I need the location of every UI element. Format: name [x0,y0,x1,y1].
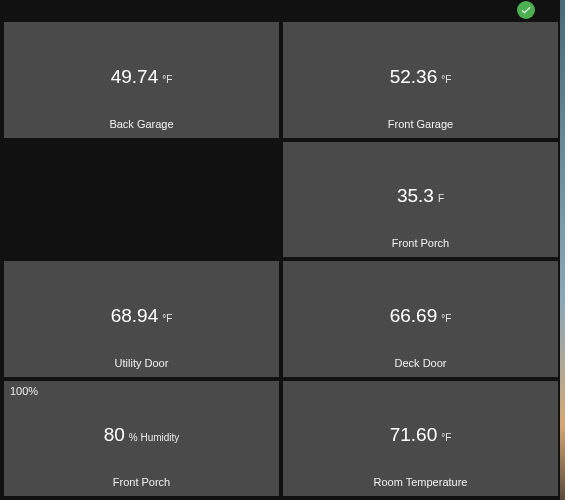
sensor-card-utility-door[interactable]: 68.94 °F Utility Door [4,261,279,377]
sensor-label: Front Porch [4,476,279,488]
sensor-value-unit: F [438,193,444,204]
sensor-value-unit: °F [441,313,451,324]
sensor-value-number: 52.36 [390,66,438,88]
sensor-card-front-porch-temp[interactable]: 35.3 F Front Porch [283,142,558,258]
sensor-label: Room Temperature [283,476,558,488]
sensor-value: 80 % Humidity [104,424,180,446]
sensor-card-front-garage[interactable]: 52.36 °F Front Garage [283,22,558,138]
sensor-value: 68.94 °F [111,305,173,327]
sensor-corner-value: 100% [10,385,38,397]
sensor-label: Deck Door [283,357,558,369]
sensor-value: 35.3 F [397,185,444,207]
sensor-label: Front Garage [283,118,558,130]
sensor-value-unit: °F [441,74,451,85]
sensor-value-number: 71.60 [390,424,438,446]
sensor-card-front-porch-humidity[interactable]: 100% 80 % Humidity Front Porch [4,381,279,497]
sensor-value: 52.36 °F [390,66,452,88]
sensor-label: Back Garage [4,118,279,130]
sensor-value-number: 35.3 [397,185,434,207]
sensor-value: 71.60 °F [390,424,452,446]
sensor-card-empty [4,142,279,258]
right-edge-decoration [560,0,565,500]
sensor-grid: 49.74 °F Back Garage 52.36 °F Front Gara… [4,22,558,496]
sensor-value-unit: °F [441,432,451,443]
sensor-value-number: 68.94 [111,305,159,327]
sensor-label: Utility Door [4,357,279,369]
sensor-card-room-temperature[interactable]: 71.60 °F Room Temperature [283,381,558,497]
sensor-value-unit: °F [162,313,172,324]
status-ok-icon [517,1,535,19]
sensor-card-deck-door[interactable]: 66.69 °F Deck Door [283,261,558,377]
sensor-value-unit: °F [162,74,172,85]
sensor-value: 49.74 °F [111,66,173,88]
sensor-value-number: 66.69 [390,305,438,327]
sensor-value-number: 49.74 [111,66,159,88]
sensor-card-back-garage[interactable]: 49.74 °F Back Garage [4,22,279,138]
sensor-value-unit: % Humidity [129,432,180,443]
sensor-value-number: 80 [104,424,125,446]
sensor-value: 66.69 °F [390,305,452,327]
sensor-label: Front Porch [283,237,558,249]
